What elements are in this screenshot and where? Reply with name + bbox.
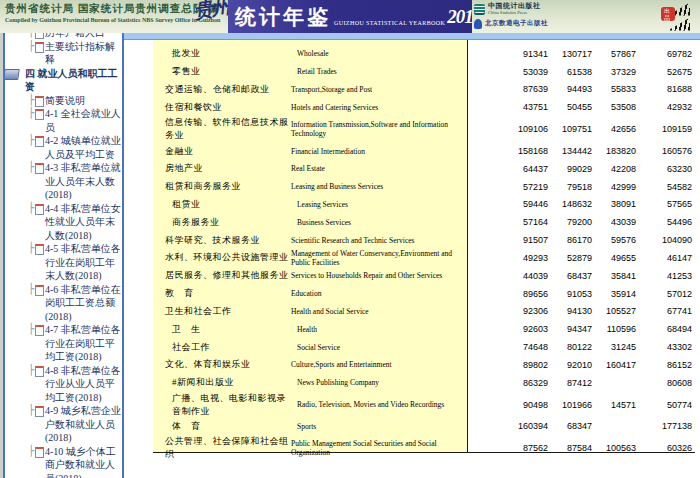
value-col3: 55833	[592, 84, 636, 94]
value-col1: 44039	[504, 271, 548, 281]
yearbook-title-en: GUIZHOU STATISTICAL YEARBOOK	[334, 20, 445, 26]
industry-name-cn: 租赁业	[153, 198, 291, 211]
industry-name-cn: 文化、体育和娱乐业	[153, 358, 291, 371]
toc-item-label: 简要说明	[45, 95, 85, 106]
toc-sidebar[interactable]: ├ 历年户籍人口 ├ 主要统计指标解释 ├ 四 就业人员和职工工资 ├ 简要说明	[3, 33, 124, 478]
table-row: 零售业 Retail Trades 53039 61538 37329 5267…	[153, 63, 700, 81]
toc-item-label: 4-9 城乡私营企业户数和就业人员(2018)	[45, 405, 121, 443]
industry-name-en: Culture,Sports and Entertainment	[291, 360, 467, 369]
value-col4: 60326	[636, 443, 692, 453]
value-col2: 79200	[548, 217, 592, 227]
document-icon	[35, 109, 44, 120]
publisher-icon	[474, 4, 485, 15]
value-col4: 86152	[636, 360, 692, 370]
value-col2: 99029	[548, 164, 592, 174]
value-col1: 89802	[504, 360, 548, 370]
industry-name-en: Wholesale	[291, 49, 467, 58]
industry-name-cn: 科学研究、技术服务业	[153, 234, 291, 247]
table-row: 社会工作 Social Service 74648 80122 31245 43…	[153, 338, 700, 356]
value-col1: 158168	[504, 146, 548, 156]
value-col2: 94493	[548, 84, 592, 94]
value-col3: 35914	[592, 289, 636, 299]
document-icon	[35, 406, 44, 417]
value-col2: 87584	[548, 443, 592, 453]
value-col4: 81688	[636, 84, 692, 94]
toc-tree-item[interactable]: ├ 4-8 非私营单位各行业从业人员平均工资(2018)	[5, 364, 122, 405]
industry-name-cn: 社会工作	[153, 341, 291, 354]
tree-branch-icon: ├	[28, 39, 34, 53]
toc-item-label: 4-3 非私营单位就业人员年末人数(2018)	[45, 162, 121, 200]
value-col4: 57565	[636, 199, 692, 209]
compiler-text-cn: 贵州省统计局 国家统计局贵州调查总队 编	[5, 3, 220, 15]
publisher-name-en: China Statistics Press	[488, 11, 541, 16]
industry-name-cn: 住宿和餐饮业	[153, 101, 291, 114]
toc-tree-item[interactable]: ├ 主要统计指标解释	[5, 40, 122, 67]
toc-tree-item[interactable]: ├ 4-5 非私营单位各行业在岗职工年末人数(2018)	[5, 242, 122, 283]
province-calligraphy: 贵州	[193, 0, 231, 18]
value-col3: 38091	[592, 199, 636, 209]
value-col1: 59446	[504, 199, 548, 209]
toc-tree-item[interactable]: ├ 4-6 非私营单位在岗职工工资总额(2018)	[5, 283, 122, 324]
value-col3: 59576	[592, 235, 636, 245]
value-col1: 109106	[504, 124, 548, 134]
toc-tree-item[interactable]: ├ 4-1 全社会就业人员	[5, 107, 122, 134]
value-col4: 67741	[636, 306, 692, 316]
industry-name-en: Management of Water Conservancy,Environm…	[291, 249, 467, 267]
industry-name-cn: 居民服务、修理和其他服务业	[153, 269, 291, 282]
value-col4: 52675	[636, 67, 692, 77]
table-row: 批发业 Wholesale 91341 130717 57867 69782	[153, 45, 700, 63]
table-row: 文化、体育和娱乐业 Culture,Sports and Entertainme…	[153, 356, 700, 374]
value-col2: 80122	[548, 342, 592, 352]
value-col2: 61538	[548, 67, 592, 77]
document-icon	[35, 33, 44, 39]
value-col1: 89656	[504, 289, 548, 299]
value-col3: 110596	[592, 324, 636, 334]
value-col3: 57867	[592, 49, 636, 59]
table-row: 公共管理、社会保障和社会组织 Public Management Social …	[153, 435, 700, 461]
toc-tree-item[interactable]: ├ 4-7 非私营单位各行业在岗职工平均工资(2018)	[5, 323, 122, 364]
value-col2: 68437	[548, 271, 592, 281]
industry-name-cn: 租赁和商务服务业	[153, 180, 291, 193]
industry-name-cn: 体 育	[153, 420, 291, 433]
industry-name-en: Leasing and Business Services	[291, 182, 467, 191]
value-col3: 42999	[592, 182, 636, 192]
table-row: 租赁业 Leasing Services 59446 148632 38091 …	[153, 196, 700, 214]
toc-tree-item[interactable]: ├ 4-4 非私营单位女性就业人员年末人数(2018)	[5, 202, 122, 243]
toc-tree-item[interactable]: ├ 四 就业人员和职工工资	[5, 67, 122, 94]
value-col1: 49293	[504, 253, 548, 263]
industry-name-cn: 公共管理、社会保障和社会组织	[153, 435, 291, 461]
value-col4: 160576	[636, 146, 692, 156]
industry-name-en: Services to Households Repair and Other …	[291, 271, 467, 280]
value-col3: 49655	[592, 253, 636, 263]
toc-tree-item[interactable]: ├ 简要说明	[5, 94, 122, 108]
table-row: 居民服务、修理和其他服务业 Services to Households Rep…	[153, 267, 700, 285]
toc-tree-item[interactable]: ├ 4-2 城镇单位就业人员及平均工资	[5, 134, 122, 161]
industry-name-cn: 广播、电视、电影和影视录音制作业	[153, 392, 291, 418]
table-row: 金融业 Financial Intermediation 158168 1344…	[153, 142, 700, 160]
industry-name-cn: 交通运输、仓储和邮政业	[153, 83, 291, 96]
value-col4: 104090	[636, 235, 692, 245]
document-icon	[35, 136, 44, 147]
value-col1: 87639	[504, 84, 548, 94]
table-row: 房地产业 Real Estate 64437 99029 42208 63230	[153, 160, 700, 178]
industry-name-cn: #新闻和出版业	[153, 376, 291, 389]
table-row: 交通运输、仓储和邮政业 Transport,Storage and Post 8…	[153, 81, 700, 99]
table-row: 信息传输、软件和信息技术服务业 Information Transmission…	[153, 116, 700, 142]
industry-name-cn: 零售业	[153, 65, 291, 78]
industry-name-cn: 房地产业	[153, 162, 291, 175]
document-icon	[35, 244, 44, 255]
industry-name-en: News Publishing Company	[291, 378, 467, 387]
value-col4: 42932	[636, 102, 692, 112]
value-col3: 31245	[592, 342, 636, 352]
industry-name-en: Scientific Research and Technic Services	[291, 236, 467, 245]
industry-name-cn: 水利、环境和公共设施管理业	[153, 251, 291, 264]
value-col2: 109751	[548, 124, 592, 134]
toc-tree-item[interactable]: ├ 4-9 城乡私营企业户数和就业人员(2018)	[5, 404, 122, 445]
value-col3: 35841	[592, 271, 636, 281]
table-row: 住宿和餐饮业 Hotels and Catering Services 4375…	[153, 98, 700, 116]
value-col3: 14571	[592, 400, 636, 410]
value-col2: 68347	[548, 421, 592, 431]
toc-tree-item[interactable]: ├ 4-10 城乡个体工商户数和就业人员(2018)	[5, 445, 122, 478]
value-col4: 80608	[636, 378, 692, 388]
toc-tree-item[interactable]: ├ 4-3 非私营单位就业人员年末人数(2018)	[5, 161, 122, 202]
